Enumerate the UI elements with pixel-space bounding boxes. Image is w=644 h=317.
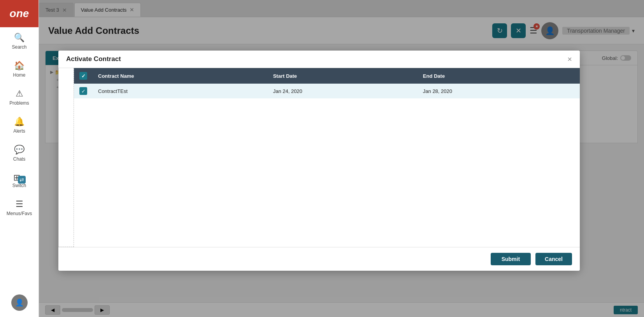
table-area: ✓ Contract Name Start Date End Date [74, 68, 580, 247]
left-dashed-column [58, 68, 74, 247]
sidebar-label-chats: Chats [13, 156, 25, 162]
home-icon: 🏠 [14, 61, 25, 71]
th-end-date: End Date [418, 68, 567, 84]
sidebar: one 🔍 Search 🏠 Home ⚠ Problems 🔔 Alerts … [0, 0, 39, 317]
th-start-date: Start Date [268, 68, 418, 84]
main-area: Test 3 ✕ Value Add Contracts ✕ Value Add… [39, 0, 644, 317]
th-select: ✓ [74, 68, 93, 84]
sidebar-label-search: Search [12, 44, 26, 50]
sidebar-bottom: 👤 [11, 294, 28, 317]
th-col-selector[interactable] [567, 68, 580, 84]
row-checkbox[interactable]: ✓ [79, 87, 87, 95]
sidebar-item-switch[interactable]: ⊞ ⇄ Switch [0, 167, 39, 194]
th-contract-name: Contract Name [93, 68, 268, 84]
logo-text: one [10, 7, 29, 20]
modal-close-button[interactable]: × [567, 55, 572, 63]
row-checkbox-cell: ✓ [74, 84, 93, 98]
contract-table: ✓ Contract Name Start Date End Date [74, 68, 580, 98]
sidebar-label-home: Home [13, 72, 25, 78]
table-header-row: ✓ Contract Name Start Date End Date [74, 68, 580, 84]
sidebar-item-alerts[interactable]: 🔔 Alerts [0, 111, 39, 139]
cell-end-date: Jan 28, 2020 [418, 84, 567, 98]
modal-footer: Submit Cancel [58, 247, 580, 271]
sidebar-item-problems[interactable]: ⚠ Problems [0, 83, 39, 111]
sidebar-label-alerts: Alerts [13, 128, 25, 134]
cell-extra [567, 84, 580, 98]
warning-icon: ⚠ [16, 89, 23, 99]
sidebar-item-menus[interactable]: ☰ Menus/Favs [0, 194, 39, 222]
sidebar-label-problems: Problems [9, 100, 29, 106]
modal-header: Activate Contract × [58, 51, 580, 68]
modal-body: ✓ Contract Name Start Date End Date [58, 68, 580, 247]
modal-overlay: Activate Contract × [39, 44, 644, 302]
sidebar-item-chats[interactable]: 💬 Chats [0, 139, 39, 167]
cell-start-date: Jan 24, 2020 [268, 84, 418, 98]
sidebar-item-home[interactable]: 🏠 Home [0, 55, 39, 83]
modal-content-area: ✓ Contract Name Start Date End Date [58, 68, 580, 247]
table-row[interactable]: ✓ ContractTEst Jan 24, 2020 Jan 28, 2020 [74, 84, 580, 98]
submit-button[interactable]: Submit [491, 253, 531, 265]
switch-icons: ⊞ ⇄ [13, 173, 26, 183]
search-icon: 🔍 [14, 33, 25, 43]
chat-icon: 💬 [14, 145, 25, 155]
cell-contract-name: ContractTEst [93, 84, 268, 98]
sidebar-label-menus: Menus/Favs [7, 211, 32, 216]
bell-icon: 🔔 [14, 117, 25, 127]
activate-contract-modal: Activate Contract × [58, 51, 580, 271]
user-avatar-bottom[interactable]: 👤 [11, 294, 28, 311]
sidebar-item-search[interactable]: 🔍 Search [0, 27, 39, 55]
cancel-button[interactable]: Cancel [535, 253, 572, 265]
page-content: Explorer Shipper: HUB4 Global: ▶ 📁 HUB +… [39, 44, 644, 302]
menu-icon: ☰ [16, 199, 23, 209]
sidebar-label-switch: Switch [12, 183, 26, 188]
switch-sub-icon: ⇄ [18, 176, 26, 184]
header-checkbox[interactable]: ✓ [79, 72, 87, 80]
app-logo[interactable]: one [0, 0, 39, 27]
modal-title: Activate Contract [66, 55, 121, 63]
